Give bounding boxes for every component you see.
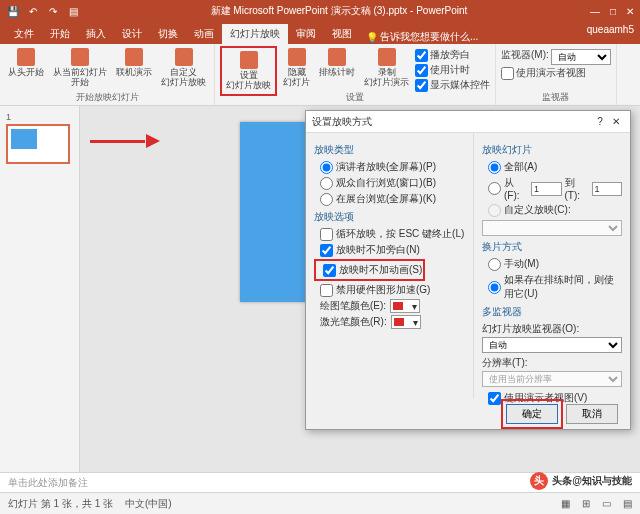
maximize-icon[interactable]: □ [610, 6, 616, 17]
resolution-select: 使用当前分辨率 [482, 371, 622, 387]
use-timings-check[interactable]: 使用计时 [415, 63, 490, 77]
radio-custom[interactable]: 自定义放映(C): [488, 203, 622, 217]
close-icon[interactable]: ✕ [626, 6, 634, 17]
present-online-button[interactable]: 联机演示 [113, 46, 155, 80]
monitor-select[interactable]: 自动 [551, 49, 611, 65]
advance-label: 换片方式 [482, 240, 622, 254]
status-slide-count: 幻灯片 第 1 张，共 1 张 [8, 497, 113, 511]
setup-show-button[interactable]: 设置 幻灯片放映 [223, 49, 274, 93]
show-type-label: 放映类型 [314, 143, 465, 157]
view-normal-icon[interactable]: ▦ [561, 498, 570, 509]
monitor-label: 幻灯片放映监视器(O): [482, 322, 622, 336]
check-presenter-view[interactable]: 使用演示者视图(V) [488, 391, 622, 405]
tab-insert[interactable]: 插入 [78, 24, 114, 44]
timer-icon [328, 48, 346, 66]
radio-timings[interactable]: 如果存在排练时间，则使用它(U) [488, 273, 622, 301]
window-title: 新建 Microsoft PowerPoint 演示文稿 (3).pptx - … [88, 4, 590, 18]
slide-thumbnails: 1 [0, 106, 80, 472]
radio-kiosk[interactable]: 在展台浏览(全屏幕)(K) [320, 192, 465, 206]
custom-select [482, 220, 622, 236]
cancel-button[interactable]: 取消 [566, 404, 618, 424]
monitor-dialog-select[interactable]: 自动 [482, 337, 622, 353]
presenter-view-check[interactable]: 使用演示者视图 [501, 66, 611, 80]
account-name[interactable]: queaamh5 [587, 24, 634, 35]
dialog-title: 设置放映方式 [312, 115, 372, 129]
rehearse-button[interactable]: 排练计时 [316, 46, 358, 80]
tab-view[interactable]: 视图 [324, 24, 360, 44]
status-language[interactable]: 中文(中国) [125, 497, 172, 511]
record-icon [378, 48, 396, 66]
online-icon [125, 48, 143, 66]
custom-show-button[interactable]: 自定义 幻灯片放映 [158, 46, 209, 90]
check-no-animation[interactable]: 放映时不加动画(S) [323, 263, 422, 277]
check-disable-hw[interactable]: 禁用硬件图形加速(G) [320, 283, 465, 297]
annotation-arrow [90, 134, 160, 148]
radio-manual[interactable]: 手动(M) [488, 257, 622, 271]
redo-icon[interactable]: ↷ [46, 4, 60, 18]
from-spin[interactable]: 1 [531, 182, 561, 196]
laser-color-button[interactable]: ▾ [391, 315, 421, 329]
tab-animation[interactable]: 动画 [186, 24, 222, 44]
group-start: 开始放映幻灯片 [0, 91, 214, 104]
from-current-button[interactable]: 从当前幻灯片 开始 [50, 46, 110, 90]
hide-icon [288, 48, 306, 66]
resolution-label: 分辨率(T): [482, 356, 622, 370]
tell-me[interactable]: 💡告诉我您想要做什么... [366, 30, 478, 44]
thumbnail-1[interactable] [6, 124, 70, 164]
tab-review[interactable]: 审阅 [288, 24, 324, 44]
view-sorter-icon[interactable]: ⊞ [582, 498, 590, 509]
tab-file[interactable]: 文件 [6, 24, 42, 44]
thumb-number: 1 [6, 112, 73, 122]
watermark: 头 头条@知识与技能 [530, 472, 632, 490]
undo-icon[interactable]: ↶ [26, 4, 40, 18]
view-slideshow-icon[interactable]: ▤ [623, 498, 632, 509]
from-beginning-button[interactable]: 从头开始 [5, 46, 47, 80]
pen-color-button[interactable]: ▾ [390, 299, 420, 313]
save-icon[interactable]: 💾 [6, 4, 20, 18]
media-controls-check[interactable]: 显示媒体控件 [415, 78, 490, 92]
show-options-label: 放映选项 [314, 210, 465, 224]
hide-slide-button[interactable]: 隐藏 幻灯片 [280, 46, 313, 90]
radio-from-to[interactable]: 从(F):1到(T):1 [488, 176, 622, 201]
to-spin[interactable]: 1 [592, 182, 622, 196]
radio-presenter[interactable]: 演讲者放映(全屏幕)(P) [320, 160, 465, 174]
view-reading-icon[interactable]: ▭ [602, 498, 611, 509]
check-no-narration[interactable]: 放映时不加旁白(N) [320, 243, 465, 257]
tab-design[interactable]: 设计 [114, 24, 150, 44]
radio-all[interactable]: 全部(A) [488, 160, 622, 174]
play-icon [17, 48, 35, 66]
dialog-close-icon[interactable]: ✕ [608, 116, 624, 127]
ok-button[interactable]: 确定 [506, 404, 558, 424]
setup-show-dialog: 设置放映方式 ? ✕ 放映类型 演讲者放映(全屏幕)(P) 观众自行浏览(窗口)… [305, 110, 631, 430]
minimize-icon[interactable]: — [590, 6, 600, 17]
setup-icon [240, 51, 258, 69]
group-setup: 设置 [215, 91, 495, 104]
pen-color-label: 绘图笔颜色(E): [320, 299, 386, 313]
ribbon-tabs: 文件 开始 插入 设计 切换 动画 幻灯片放映 审阅 视图 💡告诉我您想要做什么… [0, 22, 640, 44]
play-narration-check[interactable]: 播放旁白 [415, 48, 490, 62]
laser-color-label: 激光笔颜色(R): [320, 315, 387, 329]
check-loop[interactable]: 循环放映，按 ESC 键终止(L) [320, 227, 465, 241]
record-button[interactable]: 录制 幻灯片演示 [361, 46, 412, 90]
custom-icon [175, 48, 193, 66]
tab-home[interactable]: 开始 [42, 24, 78, 44]
show-slides-label: 放映幻灯片 [482, 143, 622, 157]
watermark-logo-icon: 头 [530, 472, 548, 490]
multi-monitor-label: 多监视器 [482, 305, 622, 319]
group-monitor: 监视器 [496, 91, 616, 104]
start-icon[interactable]: ▤ [66, 4, 80, 18]
tab-transition[interactable]: 切换 [150, 24, 186, 44]
help-icon[interactable]: ? [592, 116, 608, 127]
play-current-icon [71, 48, 89, 66]
tab-slideshow[interactable]: 幻灯片放映 [222, 24, 288, 44]
radio-browsed[interactable]: 观众自行浏览(窗口)(B) [320, 176, 465, 190]
